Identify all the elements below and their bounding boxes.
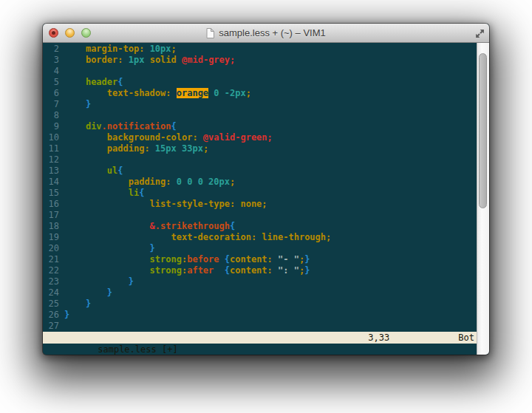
line-number: 26 bbox=[43, 310, 59, 321]
screenshot-stage: sample.less + (~) – VIM1 2 margin-top: 1… bbox=[0, 0, 532, 413]
line-number: 19 bbox=[43, 232, 59, 243]
line-text: text-shadow: orange 0 -2px; bbox=[64, 88, 251, 99]
code-line[interactable]: 14 padding: 0 0 0 20px; bbox=[43, 177, 477, 188]
line-number: 3 bbox=[43, 55, 59, 66]
zoom-button[interactable] bbox=[81, 28, 91, 38]
line-text: text-decoration: line-through; bbox=[64, 232, 331, 243]
line-text: margin-top: 10px; bbox=[64, 44, 177, 55]
code-line[interactable]: 3 border: 1px solid @mid-grey; bbox=[43, 55, 477, 66]
code-line[interactable]: 23 } bbox=[43, 276, 477, 287]
window-title: sample.less + (~) – VIM1 bbox=[219, 27, 326, 38]
line-text: } bbox=[64, 276, 134, 287]
title-group: sample.less + (~) – VIM1 bbox=[206, 27, 326, 38]
vim-statusline: sample.less [+] 3,33 Bot bbox=[43, 332, 477, 344]
traffic-lights bbox=[49, 24, 91, 42]
line-number: 14 bbox=[43, 177, 59, 188]
code-line[interactable]: 7 } bbox=[43, 99, 477, 110]
code-line[interactable]: 18 &.strikethrough{ bbox=[43, 221, 477, 232]
line-number: 27 bbox=[43, 321, 59, 332]
line-number: 2 bbox=[43, 44, 59, 55]
code-line[interactable]: 5 header{ bbox=[43, 77, 477, 88]
line-number: 21 bbox=[43, 254, 59, 265]
window-content: 2 margin-top: 10px;3 border: 1px solid @… bbox=[43, 43, 489, 355]
code-line[interactable]: 25 } bbox=[43, 298, 477, 310]
close-button[interactable] bbox=[49, 28, 58, 38]
scrollbar-track[interactable] bbox=[477, 43, 489, 355]
line-number: 12 bbox=[43, 154, 59, 165]
line-number: 9 bbox=[43, 121, 59, 132]
line-text: list-style-type: none; bbox=[64, 199, 267, 210]
line-text: div.notification{ bbox=[64, 121, 177, 132]
code-line[interactable]: 16 list-style-type: none; bbox=[43, 199, 477, 210]
code-line[interactable]: 9 div.notification{ bbox=[43, 121, 477, 132]
line-text: background-color: @valid-green; bbox=[64, 132, 273, 143]
line-number: 23 bbox=[43, 276, 59, 287]
document-icon bbox=[206, 28, 214, 38]
code-line[interactable]: 15 li{ bbox=[43, 188, 477, 199]
code-area[interactable]: 2 margin-top: 10px;3 border: 1px solid @… bbox=[43, 43, 477, 332]
line-text: } bbox=[64, 310, 69, 321]
line-number: 5 bbox=[43, 77, 59, 88]
line-text: strong:before {content: "- ";} bbox=[64, 254, 310, 265]
line-number: 7 bbox=[43, 99, 59, 110]
line-text: } bbox=[64, 99, 91, 110]
line-number: 18 bbox=[43, 221, 59, 232]
code-line[interactable]: 4 bbox=[43, 66, 477, 77]
statusline-position: Bot bbox=[458, 332, 474, 344]
code-line[interactable]: 11 padding: 15px 33px; bbox=[43, 143, 477, 154]
code-line[interactable]: 17 bbox=[43, 210, 477, 221]
line-text: } bbox=[64, 287, 112, 298]
code-line[interactable]: 12 bbox=[43, 154, 477, 165]
line-number: 6 bbox=[43, 88, 59, 99]
line-number: 11 bbox=[43, 143, 59, 154]
line-text: padding: 15px 33px; bbox=[64, 143, 208, 154]
code-line[interactable]: 27 bbox=[43, 321, 477, 332]
line-text: } bbox=[64, 298, 91, 310]
code-line[interactable]: 26} bbox=[43, 310, 477, 321]
code-line[interactable]: 8 bbox=[43, 110, 477, 121]
line-number: 4 bbox=[43, 66, 59, 77]
modified-indicator-dot bbox=[52, 31, 55, 35]
code-line[interactable]: 10 background-color: @valid-green; bbox=[43, 132, 477, 143]
line-text: padding: 0 0 0 20px; bbox=[64, 177, 235, 188]
line-number: 15 bbox=[43, 188, 59, 199]
code-line[interactable]: 24 } bbox=[43, 287, 477, 298]
line-number: 25 bbox=[43, 298, 59, 310]
line-text: } bbox=[64, 243, 155, 254]
code-line[interactable]: 22 strong:after {content: ": ";} bbox=[43, 265, 477, 276]
line-number: 13 bbox=[43, 165, 59, 177]
line-number: 8 bbox=[43, 110, 59, 121]
minimize-button[interactable] bbox=[65, 28, 75, 38]
line-number: 22 bbox=[43, 265, 59, 276]
code-line[interactable]: 19 text-decoration: line-through; bbox=[43, 232, 477, 243]
code-line[interactable]: 21 strong:before {content: "- ";} bbox=[43, 254, 477, 265]
code-line[interactable]: 13 ul{ bbox=[43, 165, 477, 177]
titlebar[interactable]: sample.less + (~) – VIM1 bbox=[43, 24, 489, 43]
line-text: border: 1px solid @mid-grey; bbox=[64, 55, 235, 66]
code-line[interactable]: 20 } bbox=[43, 243, 477, 254]
line-text: ul{ bbox=[64, 165, 123, 177]
line-text: &.strikethrough{ bbox=[64, 221, 235, 232]
line-text: li{ bbox=[64, 188, 144, 199]
editor-column: 2 margin-top: 10px;3 border: 1px solid @… bbox=[43, 43, 477, 355]
line-number: 16 bbox=[43, 199, 59, 210]
line-number: 20 bbox=[43, 243, 59, 254]
statusline-filename: sample.less [+] bbox=[98, 344, 177, 355]
statusline-ruler: 3,33 bbox=[368, 332, 389, 344]
line-number: 24 bbox=[43, 287, 59, 298]
scrollbar-thumb[interactable] bbox=[479, 53, 487, 208]
line-number: 17 bbox=[43, 210, 59, 221]
code-line[interactable]: 2 margin-top: 10px; bbox=[43, 44, 477, 55]
line-text: strong:after {content: ": ";} bbox=[64, 265, 310, 276]
line-text: header{ bbox=[64, 77, 123, 88]
fullscreen-icon[interactable] bbox=[475, 28, 485, 38]
vim-window: sample.less + (~) – VIM1 2 margin-top: 1… bbox=[43, 24, 489, 355]
code-line[interactable]: 6 text-shadow: orange 0 -2px; bbox=[43, 88, 477, 99]
line-number: 10 bbox=[43, 132, 59, 143]
